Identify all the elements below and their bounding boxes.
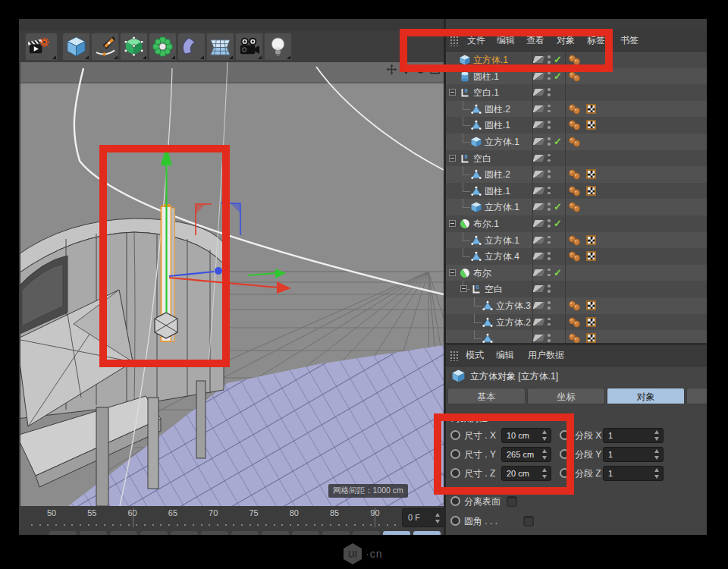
material-tag-icon[interactable] (568, 137, 582, 147)
enabled-check-icon[interactable]: ✓ (554, 134, 562, 150)
layer-icon[interactable] (533, 285, 545, 292)
uv-tag-icon[interactable] (586, 104, 596, 114)
object-row-空白[interactable]: 0空白 (446, 150, 707, 167)
layer-icon[interactable] (533, 319, 545, 325)
render-settings-button[interactable] (25, 33, 58, 61)
viewport-3d[interactable]: 网格间距：1000 cm (20, 62, 444, 506)
object-row-clipped[interactable] (446, 330, 707, 343)
value-input[interactable]: 1 (603, 428, 664, 443)
layer-icon[interactable] (533, 138, 545, 145)
object-row-立方体.1[interactable]: 立方体.1✓ (446, 199, 707, 215)
spinner-icon[interactable] (654, 430, 661, 441)
object-name[interactable]: 立方体.3 (496, 297, 531, 314)
tab-基本[interactable]: 基本 (447, 388, 526, 404)
expander-icon[interactable] (449, 89, 456, 96)
visibility-dots-icon[interactable] (548, 154, 551, 157)
clipped-button[interactable] (353, 531, 380, 535)
uv-tag-icon[interactable] (586, 169, 596, 179)
uv-tag-icon[interactable] (586, 120, 596, 130)
field-button[interactable] (177, 33, 206, 61)
expander-icon[interactable] (449, 155, 456, 162)
clipped-button[interactable] (383, 531, 410, 535)
visibility-dots-icon[interactable] (548, 170, 551, 173)
object-name[interactable]: 布尔.1 (473, 215, 499, 232)
attribute-manager-menu-2[interactable]: 用户数据 (528, 345, 564, 366)
layer-icon[interactable] (533, 105, 545, 112)
clipped-button[interactable] (171, 531, 198, 535)
checkbox[interactable] (507, 496, 517, 507)
expander-icon[interactable] (460, 285, 467, 292)
value-input[interactable]: 1 (603, 466, 664, 481)
checkbox[interactable] (523, 516, 534, 527)
layer-icon[interactable] (533, 237, 545, 244)
clipped-button[interactable] (262, 531, 289, 535)
layer-icon[interactable] (533, 335, 545, 341)
object-name[interactable]: 空白 (485, 281, 503, 297)
uv-tag-icon[interactable] (586, 186, 596, 196)
visibility-dots-icon[interactable] (548, 318, 551, 321)
clipped-button[interactable] (322, 531, 350, 535)
object-row-立方体.4[interactable]: 立方体.4 (446, 248, 707, 265)
uv-tag-icon[interactable] (586, 333, 596, 343)
object-row-布尔.1[interactable]: 布尔.1✓ (446, 215, 707, 232)
enabled-check-icon[interactable]: ✓ (554, 265, 562, 281)
layer-icon[interactable] (533, 73, 545, 80)
spinner-icon[interactable] (654, 468, 661, 479)
uv-tag-icon[interactable] (586, 235, 596, 245)
attribute-manager-menu-1[interactable]: 编辑 (496, 345, 514, 366)
panel-grip-icon[interactable] (450, 351, 460, 361)
spline-pen-button[interactable] (91, 33, 119, 61)
clipped-button[interactable] (201, 531, 228, 535)
enabled-check-icon[interactable]: ✓ (554, 199, 562, 215)
object-row-空白[interactable]: 0空白 (446, 281, 707, 297)
object-name[interactable]: 立方体.1 (485, 232, 519, 249)
enabled-check-icon[interactable]: ✓ (554, 215, 562, 232)
layer-icon[interactable] (533, 203, 545, 210)
tab-平滑[interactable]: 平滑 (686, 388, 707, 404)
visibility-dots-icon[interactable] (548, 269, 551, 272)
floor-button[interactable] (206, 33, 234, 61)
layer-icon[interactable] (533, 269, 545, 276)
material-tag-icon[interactable] (568, 235, 582, 246)
object-row-布尔[interactable]: 布尔✓ (446, 265, 707, 281)
object-row-圆柱.1[interactable]: 圆柱.1 (446, 183, 707, 200)
visibility-dots-icon[interactable] (548, 219, 551, 222)
object-name[interactable]: 圆柱.2 (485, 166, 510, 183)
attribute-manager-menu-0[interactable]: 模式 (466, 345, 484, 366)
expander-icon[interactable] (449, 220, 456, 227)
keyframe-circle-icon[interactable] (450, 516, 460, 526)
material-tag-icon[interactable] (568, 251, 582, 262)
pan-view-icon[interactable] (386, 64, 397, 75)
visibility-dots-icon[interactable] (548, 284, 551, 288)
material-tag-icon[interactable] (568, 333, 582, 343)
material-tag-icon[interactable] (568, 202, 582, 212)
current-frame-field[interactable]: 0 F (402, 508, 444, 527)
layer-icon[interactable] (533, 253, 545, 259)
layer-icon[interactable] (533, 89, 545, 96)
object-name[interactable]: 空白 (473, 150, 491, 167)
timeline-ruler[interactable]: 0 F 505560657075808590 (20, 506, 444, 531)
object-row-立方体.1[interactable]: 立方体.1 (446, 232, 707, 249)
object-manager-menu-5[interactable]: 书签 (620, 30, 639, 51)
expander-icon[interactable] (449, 269, 456, 276)
clipped-button[interactable] (231, 531, 259, 535)
visibility-dots-icon[interactable] (548, 236, 551, 239)
visibility-dots-icon[interactable] (548, 88, 551, 91)
material-tag-icon[interactable] (568, 300, 582, 311)
clipped-button[interactable] (49, 531, 77, 535)
layer-icon[interactable] (533, 121, 545, 128)
object-name[interactable]: 圆柱.1 (485, 183, 510, 200)
object-row-圆柱.2[interactable]: 圆柱.2 (446, 101, 707, 118)
visibility-dots-icon[interactable] (548, 72, 551, 75)
clipped-button[interactable] (140, 531, 168, 535)
object-name[interactable]: 立方体.2 (496, 314, 531, 331)
spinner-icon[interactable] (654, 449, 661, 460)
tab-坐标[interactable]: 坐标 (527, 388, 605, 404)
value-input[interactable]: 1 (603, 447, 664, 462)
light-button[interactable] (264, 33, 292, 61)
add-cube-button[interactable] (62, 33, 90, 61)
clipped-button[interactable] (80, 531, 107, 535)
layer-icon[interactable] (533, 155, 545, 162)
visibility-dots-icon[interactable] (548, 187, 551, 190)
object-row-立方体.3[interactable]: 立方体.3 (446, 297, 707, 314)
